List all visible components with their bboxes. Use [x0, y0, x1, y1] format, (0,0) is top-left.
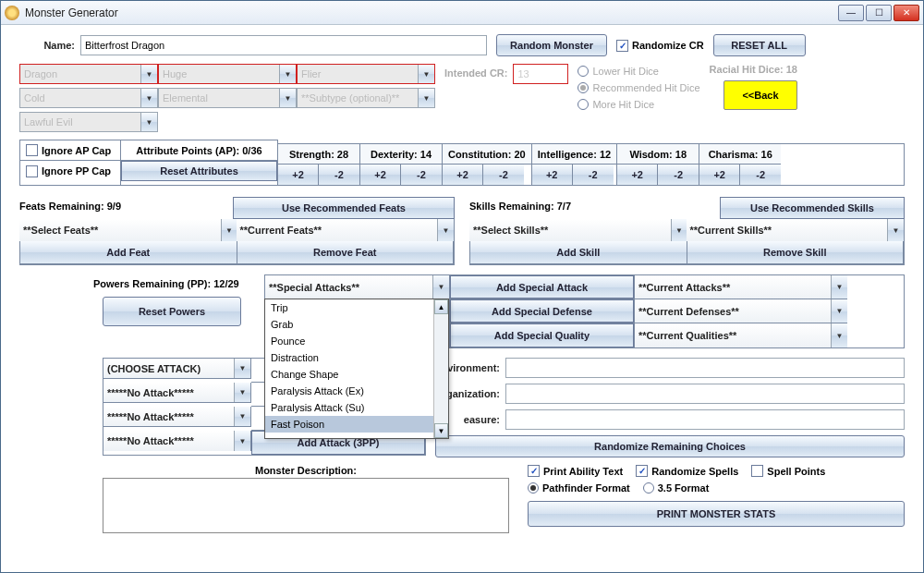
- remove-feat-button[interactable]: Remove Feat: [237, 241, 454, 263]
- stat-2: Constitution: 20: [443, 144, 531, 165]
- stat-plus-1[interactable]: +2: [360, 165, 401, 185]
- name-input[interactable]: [80, 35, 487, 55]
- dropdown-item-1[interactable]: Grab: [265, 316, 433, 333]
- random-monster-button[interactable]: Random Monster: [496, 34, 607, 56]
- remove-skill-button[interactable]: Remove Skill: [687, 241, 904, 263]
- lower-hd-radio[interactable]: Lower Hit Dice: [578, 66, 699, 77]
- intended-cr-input[interactable]: [513, 64, 568, 84]
- special-attacks-dropdown-list[interactable]: TripGrabPounceDistractionChange ShapePar…: [264, 299, 449, 439]
- attack-slot-3[interactable]: *****No Attack*****▼: [103, 431, 251, 451]
- subtype-dropdown[interactable]: **Subtype (optional)**▼: [297, 88, 435, 108]
- maximize-button[interactable]: ☐: [866, 5, 892, 21]
- stat-minus-1[interactable]: -2: [401, 165, 442, 185]
- select-feats-dropdown[interactable]: **Select Feats**▼: [19, 219, 237, 241]
- reset-powers-button[interactable]: Reset Powers: [103, 297, 241, 326]
- stat-3: Intelligence: 12: [532, 144, 616, 165]
- current-defenses-dropdown[interactable]: **Current Defenses**▼: [635, 299, 847, 323]
- stat-plus-5[interactable]: +2: [699, 165, 740, 185]
- stat-minus-3[interactable]: -2: [573, 165, 614, 185]
- use-rec-skills-button[interactable]: Use Recommended Skills: [720, 197, 905, 219]
- dropdown-item-7[interactable]: Fast Poison: [265, 416, 433, 433]
- environment-input[interactable]: [505, 358, 905, 378]
- current-feats-dropdown[interactable]: **Current Feats**▼: [237, 219, 455, 241]
- type-dropdown[interactable]: Dragon▼: [19, 64, 158, 84]
- app-icon: [5, 6, 19, 20]
- organization-input[interactable]: [505, 384, 905, 404]
- racial-hd-label: Racial Hit Dice: 18: [710, 64, 797, 75]
- current-qualities-dropdown[interactable]: **Current Qualities**▼: [635, 323, 847, 347]
- dropdown-item-5[interactable]: Paralysis Attack (Ex): [265, 383, 433, 399]
- stat-minus-2[interactable]: -2: [483, 165, 524, 185]
- dropdown-item-4[interactable]: Change Shape: [265, 366, 433, 383]
- randomize-spells-checkbox[interactable]: ✓Randomize Spells: [636, 465, 738, 477]
- stat-5: Charisma: 16: [699, 144, 781, 165]
- more-hd-radio[interactable]: More Hit Dice: [578, 99, 699, 110]
- stat-minus-5[interactable]: -2: [740, 165, 781, 185]
- choose-attack-dropdown[interactable]: (CHOOSE ATTACK)▼: [103, 359, 251, 379]
- randomize-cr-checkbox[interactable]: ✓Randomize CR: [616, 40, 704, 52]
- stat-1: Dexterity: 14: [360, 144, 442, 165]
- attack-slot-2[interactable]: *****No Attack*****▼: [103, 407, 251, 427]
- stat-plus-4[interactable]: +2: [617, 165, 658, 185]
- stat-4: Wisdom: 18: [617, 144, 699, 165]
- dropdown-item-0[interactable]: Trip: [265, 299, 433, 316]
- print-stats-button[interactable]: PRINT MONSTER STATS: [528, 501, 905, 527]
- size-dropdown[interactable]: Huge▼: [158, 64, 297, 84]
- close-button[interactable]: ✕: [894, 5, 919, 21]
- reset-all-button[interactable]: RESET ALL: [713, 34, 806, 56]
- print-ability-checkbox[interactable]: ✓Print Ability Text: [528, 465, 623, 477]
- add-special-attack-button[interactable]: Add Special Attack: [450, 275, 634, 299]
- add-special-defense-button[interactable]: Add Special Defense: [450, 299, 634, 323]
- add-skill-button[interactable]: Add Skill: [470, 241, 687, 263]
- category-dropdown[interactable]: Elemental▼: [158, 88, 297, 108]
- pathfinder-format-radio[interactable]: Pathfinder Format: [528, 482, 630, 494]
- alignment-dropdown[interactable]: Lawful Evil▼: [19, 112, 158, 132]
- ap-label: Attribute Points (AP): 0/36: [121, 140, 277, 161]
- skills-remaining-label: Skills Remaining: 7/7: [469, 197, 720, 219]
- randomize-remaining-button[interactable]: Randomize Remaining Choices: [435, 435, 905, 457]
- rec-hd-radio[interactable]: Recommended Hit Dice: [578, 82, 699, 93]
- minimize-button[interactable]: —: [838, 5, 864, 21]
- dropdown-item-6[interactable]: Paralysis Attack (Su): [265, 399, 433, 416]
- name-label: Name:: [19, 40, 75, 51]
- add-feat-button[interactable]: Add Feat: [20, 241, 237, 263]
- 35-format-radio[interactable]: 3.5 Format: [643, 482, 710, 494]
- feats-remaining-label: Feats Remaining: 9/9: [19, 197, 233, 219]
- stat-minus-4[interactable]: -2: [658, 165, 699, 185]
- add-special-quality-button[interactable]: Add Special Quality: [450, 323, 634, 347]
- ignore-pp-checkbox[interactable]: Ignore PP Cap: [26, 165, 111, 177]
- window-title: Monster Generator: [25, 6, 838, 19]
- stat-plus-0[interactable]: +2: [278, 165, 319, 185]
- current-attacks-dropdown[interactable]: **Current Attacks**▼: [635, 275, 847, 299]
- dropdown-item-3[interactable]: Distraction: [265, 349, 433, 366]
- dropdown-scrollbar[interactable]: ▲ ▼: [433, 299, 448, 438]
- intended-cr-label: Intended CR:: [444, 64, 507, 79]
- stat-plus-3[interactable]: +2: [532, 165, 573, 185]
- dropdown-item-2[interactable]: Pounce: [265, 333, 433, 349]
- element-dropdown[interactable]: Cold▼: [19, 88, 158, 108]
- stat-plus-2[interactable]: +2: [443, 165, 483, 185]
- spell-points-checkbox[interactable]: Spell Points: [751, 465, 825, 477]
- current-skills-dropdown[interactable]: **Current Skills**▼: [687, 219, 905, 241]
- description-label: Monster Description:: [103, 465, 509, 476]
- stat-0: Strength: 28: [278, 144, 359, 165]
- description-textarea[interactable]: [103, 478, 509, 533]
- reset-attributes-button[interactable]: Reset Attributes: [121, 161, 277, 181]
- ignore-ap-checkbox[interactable]: Ignore AP Cap: [26, 144, 111, 156]
- attack-slot-1[interactable]: *****No Attack*****▼: [103, 383, 251, 403]
- movement-dropdown[interactable]: Flier▼: [297, 64, 435, 84]
- select-skills-dropdown[interactable]: **Select Skills**▼: [469, 219, 687, 241]
- powers-remaining-label: Powers Remaining (PP): 12/29: [19, 274, 255, 297]
- back-button[interactable]: <<Back: [723, 80, 797, 110]
- use-rec-feats-button[interactable]: Use Recommended Feats: [233, 197, 455, 219]
- stat-minus-0[interactable]: -2: [319, 165, 359, 185]
- special-attacks-dropdown[interactable]: **Special Attacks**▼: [265, 275, 450, 299]
- treasure-input[interactable]: [505, 409, 905, 430]
